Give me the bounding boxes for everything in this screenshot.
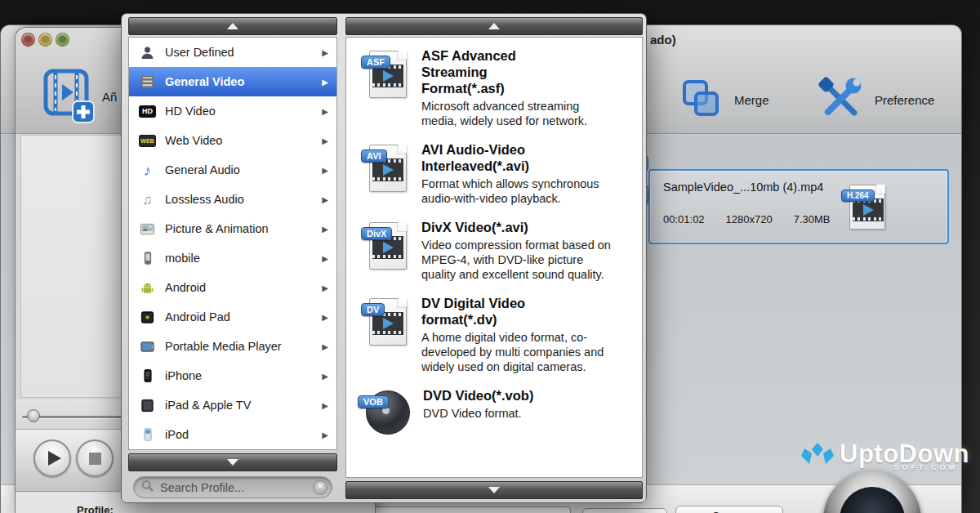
profile-selection-popup: User Defined▶General Video▶HDHD Video▶WE…	[121, 13, 647, 503]
format-title: DVD Video(*.vob)	[423, 387, 533, 404]
seek-slider-knob[interactable]	[27, 409, 40, 422]
menu-item-lossless-audio[interactable]: ♫Lossless Audio▶	[129, 185, 336, 214]
menu-item-user-defined[interactable]: User Defined▶	[129, 38, 336, 67]
format-title: AVI Audio-Video Interleaved(*.avi)	[421, 141, 572, 174]
film-icon	[139, 74, 156, 90]
format-description: Microsoft advanced streaming media, wide…	[421, 99, 617, 128]
stop-button[interactable]	[76, 439, 114, 477]
file-row-selected[interactable]: SampleVideo_...10mb (4).mp4 00:01:02 128…	[648, 169, 949, 244]
hd-icon: HD	[139, 105, 156, 118]
video-file-icon: H.264	[849, 185, 885, 230]
music-note-icon: ♪	[139, 163, 156, 178]
menu-item-general-video[interactable]: General Video▶	[129, 67, 336, 96]
ipod-icon	[139, 427, 156, 442]
category-scroll-down-button[interactable]	[128, 453, 337, 471]
format-scroll-down-button[interactable]	[345, 481, 643, 499]
minimize-button[interactable]	[38, 33, 52, 47]
file-icon: AVI	[369, 145, 407, 192]
knob-center	[840, 487, 905, 513]
search-icon	[141, 480, 154, 495]
mobile-phone-icon	[139, 251, 156, 265]
submenu-arrow-icon: ▶	[322, 313, 328, 322]
media-player-icon	[139, 339, 156, 355]
window-controls	[21, 33, 69, 47]
search-profile-input[interactable]	[158, 480, 308, 495]
menu-item-android[interactable]: Android▶	[129, 273, 336, 302]
menu-item-hd-video[interactable]: HDHD Video▶	[129, 96, 336, 126]
file-duration: 00:01:02	[663, 213, 705, 225]
format-title: DV Digital Video format(*.dv)	[421, 295, 572, 328]
merge-button[interactable]: Merge	[679, 76, 769, 123]
music-notes-icon: ♫	[139, 193, 156, 207]
menu-item-label: Android	[165, 281, 206, 294]
submenu-arrow-icon: ▶	[322, 107, 328, 116]
menu-item-portable-media-player[interactable]: Portable Media Player▶	[129, 332, 336, 361]
submenu-arrow-icon: ▶	[322, 401, 328, 410]
add-video-icon	[40, 114, 97, 128]
user-icon	[139, 45, 156, 60]
submenu-arrow-icon: ▶	[322, 283, 328, 292]
menu-item-web-video[interactable]: WEBWeb Video▶	[129, 126, 336, 155]
submenu-arrow-icon: ▶	[322, 48, 328, 57]
menu-item-label: Portable Media Player	[165, 340, 282, 353]
search-profile-box	[133, 476, 332, 498]
format-asf[interactable]: ASFASF Advanced Streaming Format(*.asf)M…	[346, 41, 642, 135]
format-description: A home digital video format, co-develope…	[421, 330, 617, 374]
play-button[interactable]	[33, 439, 71, 477]
category-scroll-up-button[interactable]	[128, 17, 337, 35]
zoom-button[interactable]	[56, 33, 69, 47]
format-scroll-up-button[interactable]	[345, 17, 643, 35]
format-divx[interactable]: DivXDivX Video(*.avi)Video compression f…	[346, 212, 642, 288]
close-button[interactable]	[21, 33, 35, 47]
submenu-arrow-icon: ▶	[322, 430, 328, 439]
submenu-arrow-icon: ▶	[322, 342, 328, 351]
open-folder-button[interactable]: Open...	[675, 506, 783, 513]
uptodown-watermark: UptoDown SOFT.COM	[800, 441, 969, 474]
play-icon	[48, 451, 61, 466]
picture-icon	[139, 221, 156, 237]
menu-item-picture-animation[interactable]: Picture & Animation▶	[129, 214, 336, 243]
menu-item-label: Lossless Audio	[165, 193, 244, 206]
profile-category-list: User Defined▶General Video▶HDHD Video▶WE…	[128, 37, 337, 450]
menu-item-label: Web Video	[165, 134, 222, 147]
add-video-button[interactable]	[40, 65, 97, 129]
menu-item-label: Picture & Animation	[165, 222, 269, 235]
menu-item-general-audio[interactable]: ♪General Audio▶	[129, 155, 336, 185]
android-pad-icon	[139, 310, 156, 325]
codec-badge: H.264	[841, 190, 875, 202]
file-icon: DivX	[369, 222, 407, 270]
web-icon: WEB	[139, 135, 156, 147]
menu-item-iphone[interactable]: iPhone▶	[129, 361, 336, 390]
filmstrip-icon	[853, 199, 884, 221]
preference-button[interactable]: Preference	[816, 74, 934, 125]
format-description: Format which allows synchronous audio-wi…	[421, 176, 617, 206]
menu-item-ipad-apple-tv[interactable]: iPad & Apple TV▶	[129, 390, 336, 420]
profile-label-fragment: Profile:	[77, 504, 114, 513]
submenu-arrow-icon: ▶	[322, 372, 328, 381]
submenu-arrow-icon: ▶	[322, 136, 328, 145]
file-resolution: 1280x720	[726, 213, 773, 225]
format-title: DivX Video(*.avi)	[421, 219, 572, 235]
format-vob[interactable]: VOBDVD Video(*.vob)DVD Video format.	[346, 381, 642, 441]
menu-item-label: General Audio	[165, 163, 240, 176]
menu-item-mobile[interactable]: mobile▶	[129, 243, 336, 273]
menu-item-ipod[interactable]: iPod▶	[129, 420, 336, 449]
file-metadata: 00:01:02 1280x720 7.30MB	[663, 213, 831, 225]
arrow-down-icon	[488, 487, 500, 493]
submenu-arrow-icon: ▶	[322, 225, 328, 234]
submenu-arrow-icon: ▶	[322, 254, 328, 263]
menu-item-label: iPod	[165, 428, 189, 441]
format-description: Video compression format based on MPEG-4…	[421, 238, 617, 282]
menu-item-label: Android Pad	[165, 310, 230, 323]
menu-item-label: iPhone	[165, 369, 202, 382]
menu-item-label: User Defined	[165, 46, 234, 59]
merge-icon	[679, 76, 723, 123]
clear-search-icon[interactable]	[313, 480, 327, 495]
menu-item-android-pad[interactable]: Android Pad▶	[129, 302, 336, 332]
arrow-down-icon	[227, 459, 238, 466]
format-dv[interactable]: DVDV Digital Video format(*.dv)A home di…	[346, 288, 642, 381]
settings-button[interactable]: Settings	[582, 508, 667, 513]
format-avi[interactable]: AVIAVI Audio-Video Interleaved(*.avi)For…	[346, 135, 642, 212]
merge-button-label: Merge	[734, 93, 769, 107]
watermark-brand: UptoDown SOFT.COM	[840, 441, 969, 466]
